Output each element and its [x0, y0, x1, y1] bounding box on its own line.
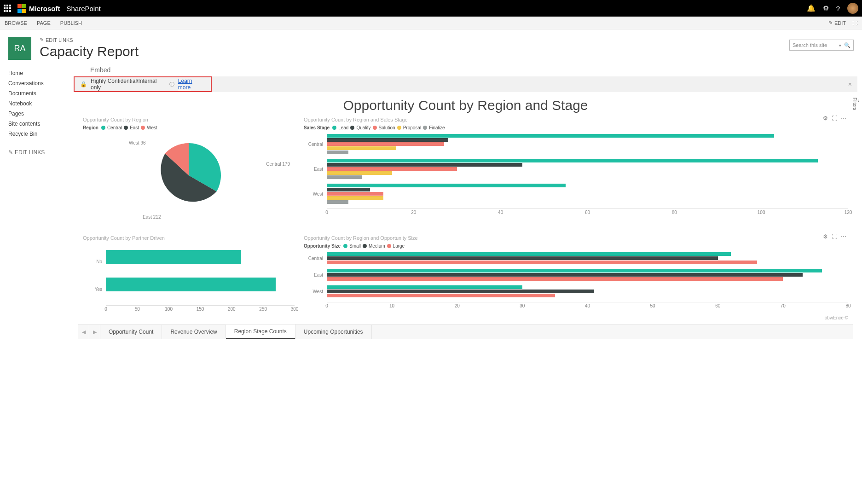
pie-label-east: East 212 — [143, 214, 161, 220]
viz-bar-partner[interactable]: Opportunity Count by Partner Driven NoYe… — [83, 235, 295, 313]
ribbon-tab-publish[interactable]: PUBLISH — [60, 20, 82, 26]
attribution: obviEnce © — [74, 313, 857, 321]
global-topbar: Microsoft SharePoint 🔔 ⚙ ? — [0, 0, 862, 17]
tab-opportunity-count[interactable]: Opportunity Count — [100, 325, 162, 339]
tab-region-stage-counts[interactable]: Region Stage Counts — [226, 324, 295, 339]
edit-links-top[interactable]: ✎EDIT LINKS — [40, 37, 781, 43]
legend: Sales Stage Lead Qualify Solution Propos… — [304, 125, 848, 130]
more-icon[interactable]: ⋯ — [841, 233, 846, 240]
viz-title: Opportunity Count by Region and Opportun… — [304, 235, 848, 241]
tab-next-button[interactable]: ▶ — [89, 325, 100, 339]
pencil-icon: ✎ — [8, 149, 13, 156]
viz-title: Opportunity Count by Region — [83, 117, 295, 122]
pie-label-central: Central 179 — [266, 162, 290, 167]
viz-title: Opportunity Count by Partner Driven — [83, 235, 295, 241]
site-logo[interactable]: RA — [8, 37, 31, 60]
pie-chart — [154, 141, 223, 210]
pencil-icon: ✎ — [828, 20, 833, 26]
nav-documents[interactable]: Documents — [8, 88, 69, 98]
legend: Opportunity Size Small Medium Large — [304, 243, 848, 249]
sensitivity-icon: 🔒 — [80, 81, 87, 87]
microsoft-logo: Microsoft — [17, 4, 60, 13]
viz-bar-size[interactable]: ⚙ ⛶ ⋯ Opportunity Count by Region and Op… — [304, 235, 848, 313]
ribbon-tab-browse[interactable]: BROWSE — [5, 20, 27, 26]
search-icon[interactable]: 🔍 — [844, 42, 850, 48]
viz-toolbar: ⚙ ⛶ ⋯ — [823, 115, 846, 122]
nav-recycle-bin[interactable]: Recycle Bin — [8, 129, 69, 139]
learn-more-link[interactable]: Learn more — [178, 78, 205, 91]
report-tabs: ◀ ▶ Opportunity Count Revenue Overview R… — [78, 324, 853, 339]
chevron-down-icon[interactable]: ▾ — [839, 43, 841, 48]
user-avatar[interactable] — [847, 3, 858, 14]
settings-icon[interactable]: ⚙ — [823, 4, 829, 12]
tab-revenue-overview[interactable]: Revenue Overview — [162, 325, 226, 339]
nav-conversations[interactable]: Conversations — [8, 78, 69, 88]
nav-notebook[interactable]: Notebook — [8, 98, 69, 109]
notifications-icon[interactable]: 🔔 — [807, 4, 816, 12]
filter-icon[interactable]: ⚙ — [823, 115, 828, 122]
legend: Region Central East West — [83, 125, 295, 130]
ribbon-bar: BROWSE PAGE PUBLISH ✎EDIT ⛶ — [0, 17, 862, 29]
more-icon[interactable]: ⋯ — [841, 115, 846, 122]
viz-pie-region[interactable]: Opportunity Count by Region Region Centr… — [83, 117, 295, 217]
edit-page-button[interactable]: ✎EDIT — [828, 20, 846, 26]
focus-icon[interactable]: ⛶ — [832, 233, 837, 240]
brand-text: Microsoft — [29, 5, 60, 12]
filter-icon[interactable]: ⚙ — [823, 233, 828, 240]
fullscreen-icon[interactable]: ⛶ — [852, 20, 857, 26]
left-nav: Home Conversations Documents Notebook Pa… — [0, 64, 69, 344]
viz-bar-stage[interactable]: ⚙ ⛶ ⋯ Opportunity Count by Region and Sa… — [304, 117, 848, 217]
nav-home[interactable]: Home — [8, 68, 69, 78]
page-header: RA ✎EDIT LINKS Capacity Report Search th… — [0, 29, 862, 64]
viz-toolbar: ⚙ ⛶ ⋯ — [823, 233, 846, 240]
nav-pages[interactable]: Pages — [8, 109, 69, 119]
info-icon[interactable]: ⓘ — [169, 81, 174, 88]
pie-label-west: West 96 — [129, 140, 146, 145]
viz-title: Opportunity Count by Region and Sales St… — [304, 117, 848, 122]
app-launcher-icon[interactable] — [4, 5, 11, 12]
pencil-icon: ✎ — [40, 37, 44, 43]
sensitivity-label: Highly Confidential\Internal only — [91, 78, 166, 91]
tab-upcoming-opportunities[interactable]: Upcoming Opportunities — [295, 325, 372, 339]
page-title: Capacity Report — [40, 44, 781, 59]
focus-icon[interactable]: ⛶ — [832, 115, 837, 122]
nav-site-contents[interactable]: Site contents — [8, 119, 69, 129]
tab-prev-button[interactable]: ◀ — [78, 325, 89, 339]
search-input[interactable]: Search this site ▾ 🔍 — [789, 40, 854, 51]
ribbon-tab-page[interactable]: PAGE — [37, 20, 51, 26]
main-content: Embed × 🔒 Highly Confidential\Internal o… — [69, 64, 862, 344]
nav-edit-links[interactable]: ✎EDIT LINKS — [8, 147, 69, 157]
webpart-title: Embed — [90, 66, 857, 74]
filters-pane-toggle[interactable]: ‹Filters — [851, 95, 860, 113]
report-title: Opportunity Count by Region and Stage — [74, 98, 857, 113]
sensitivity-banner: 🔒 Highly Confidential\Internal only ⓘ Le… — [74, 76, 212, 92]
chevron-left-icon: ‹ — [857, 98, 859, 103]
close-icon[interactable]: × — [848, 81, 852, 88]
help-icon[interactable]: ? — [836, 5, 840, 12]
search-placeholder: Search this site — [793, 42, 827, 48]
powerbi-report: ‹Filters Opportunity Count by Region and… — [74, 98, 857, 339]
app-name[interactable]: SharePoint — [67, 5, 101, 12]
